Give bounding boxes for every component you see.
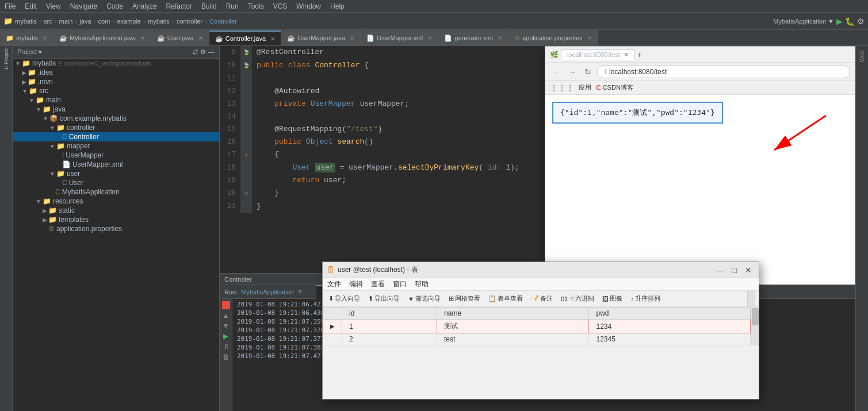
menu-build[interactable]: Build [201,2,217,10]
tree-static[interactable]: ▶ 📁 static [13,206,219,215]
db-scrollbar-thumb[interactable] [752,308,759,325]
tree-appprops[interactable]: ▶ ⚙ application.properties [13,224,219,233]
db-sort-btn[interactable]: ↑ 升序排列 [628,294,663,304]
debug-button[interactable]: 🐛 [845,17,855,26]
bookmark-apps[interactable]: 应用 [579,83,591,92]
db-window: 🗄 user @test (localhost) - 表 — □ ✕ 文件 编辑… [322,262,759,400]
tab-generatorxml[interactable]: 📄 generator.xml ✕ [438,30,508,45]
tree-java[interactable]: ▼ 📁 java [13,105,219,114]
db-col-name[interactable]: name [437,308,589,320]
tab-controller-close[interactable]: ✕ [270,36,275,42]
pause-btn[interactable]: ⏸ [223,343,230,351]
sidebar-gear-btn[interactable]: ⚙ [200,48,206,56]
tab-mybatis-close[interactable]: ✕ [43,35,47,41]
menu-file[interactable]: File [5,2,16,10]
tab-user[interactable]: ☕ User.java ✕ [151,30,209,45]
project-panel-toggle[interactable]: 1: Project [3,48,9,70]
menu-refactor[interactable]: Refactor [166,2,192,10]
menu-vcs[interactable]: VCS [273,2,288,10]
tab-mybatisapp-close[interactable]: ✕ [140,35,145,41]
db-col-id[interactable]: id [342,308,437,320]
scroll-down-btn[interactable]: ▼ [223,322,230,330]
clear-btn[interactable]: 🗑 [223,353,230,361]
tab-usermapperxml-close[interactable]: ✕ [427,35,432,41]
menu-edit[interactable]: Edit [25,2,37,10]
browser-tab-close[interactable]: ✕ [624,51,629,59]
db-minimize-btn[interactable]: — [714,266,726,275]
tree-mvn[interactable]: ▶ 📁 .mvn [13,77,219,86]
tree-user-folder[interactable]: ▼ 📁 user [13,169,219,178]
tree-mybatis-root[interactable]: ▼ 📁 mybatis E:\workspace\IJ_workspace\my… [13,59,219,68]
menu-code[interactable]: Code [106,2,123,10]
tab-user-close[interactable]: ✕ [198,35,203,41]
menu-navigate[interactable]: Navigate [70,2,97,10]
web-panel-label[interactable]: Web [859,51,865,62]
tree-controller-folder[interactable]: ▼ 📁 controller [13,123,219,132]
db-export-btn[interactable]: ⬆ 导出向导 [366,294,402,304]
tree-com-example[interactable]: ▼ 📦 com.example.mybatis [13,114,219,123]
browser-forward[interactable]: → [566,66,579,78]
browser-new-tab[interactable]: + [637,50,642,59]
controller-folder-icon: 📁 [56,124,65,132]
coverage-button[interactable]: ⚙ [857,17,865,26]
db-col-pwd[interactable]: pwd [589,308,751,320]
tree-user-class[interactable]: ▶ C User [13,178,219,187]
tree-main[interactable]: ▼ 📁 main [13,95,219,105]
tree-idea[interactable]: ▶ 📁 .idea [13,68,219,77]
browser-back[interactable]: ← [550,66,563,78]
menu-tools[interactable]: Tools [248,2,264,10]
db-import-btn[interactable]: ⬇ 导入向导 [326,294,362,304]
table-row[interactable]: 2 test 12345 [323,333,751,345]
db-menu-view[interactable]: 查看 [371,279,385,289]
menu-view[interactable]: View [46,2,61,10]
browser-address-bar[interactable]: ℹ localhost:8080/test [597,66,850,78]
scroll-up-btn[interactable]: ▲ [223,312,230,320]
tab-usermapperxml[interactable]: 📄 UserMapper.xml ✕ [361,30,438,45]
db-menu-edit[interactable]: 编辑 [349,279,363,289]
db-menu-file[interactable]: 文件 [327,279,341,289]
browser-refresh[interactable]: ↻ [582,66,594,78]
db-grid-btn[interactable]: ⊞ 网格查看 [446,294,483,304]
db-form-btn[interactable]: 📋 表单查看 [486,294,525,304]
tab-controller[interactable]: ☕ Controller.java ✕ [209,30,281,45]
browser-tab[interactable]: localhost:8080/test ✕ [561,49,635,60]
tab-mybatis[interactable]: 📁 mybatis ✕ [0,30,53,45]
menu-window[interactable]: Window [296,2,321,10]
sidebar-close-btn[interactable]: — [208,48,215,56]
run-close-btn[interactable]: ✕ [297,288,303,295]
tree-usermapper-xml[interactable]: ▶ 📄 UserMapper.xml [13,160,219,169]
menu-help[interactable]: Help [330,2,345,10]
menu-analyze[interactable]: Analyze [132,2,157,10]
tab-appprops-close[interactable]: ✕ [587,35,592,41]
tab-mybatisapp[interactable]: ☕ MybatisApplication.java ✕ [53,30,151,45]
resume-btn[interactable]: ▶ [223,332,228,340]
db-note-btn[interactable]: 📝 备注 [529,294,555,304]
bookmark-csdn[interactable]: C CSDN博客 [596,83,633,92]
db-maximize-btn[interactable]: □ [730,266,739,275]
tree-usermapper[interactable]: ▶ I UserMapper [13,151,219,160]
menu-run[interactable]: Run [226,2,239,10]
db-menu-help[interactable]: 帮助 [415,279,429,289]
tree-templates[interactable]: ▶ 📁 templates [13,215,219,224]
db-filter-btn[interactable]: ▼ 筛选向导 [406,294,443,304]
tree-src[interactable]: ▼ 📁 src [13,86,219,95]
db-img-btn[interactable]: 🖼 图像 [600,294,625,304]
tab-usermapper-close[interactable]: ✕ [350,35,354,41]
run-app-link[interactable]: MybatisApplication [241,289,294,295]
tree-mybatisapp[interactable]: ▶ C MybatisApplication [13,187,219,197]
db-menu-window[interactable]: 窗口 [393,279,407,289]
src-icon: 📁 [29,87,37,95]
sidebar-sync-btn[interactable]: ⇄ [193,48,198,56]
db-close-btn[interactable]: ✕ [743,266,754,275]
db-hex-btn[interactable]: 01 十六进制 [559,294,596,304]
tab-usermapper[interactable]: ☕ UserMapper.java ✕ [281,30,361,45]
tree-mapper-folder[interactable]: ▼ 📁 mapper [13,141,219,151]
tab-generatorxml-close[interactable]: ✕ [498,35,502,41]
table-row[interactable]: ▶ 1 测试 1234 [323,320,751,333]
tree-resources[interactable]: ▼ 📁 resources [13,197,219,206]
stop-button[interactable] [222,301,230,309]
run-button[interactable]: ▶ [836,17,843,26]
tree-controller-class[interactable]: ▶ C Controller [13,132,219,141]
tab-appprops[interactable]: ⚙ application.properties ✕ [508,30,598,45]
sidebar: Project ▾ ⇄ ⚙ — ▼ 📁 mybatis E:\workspace… [13,46,220,411]
